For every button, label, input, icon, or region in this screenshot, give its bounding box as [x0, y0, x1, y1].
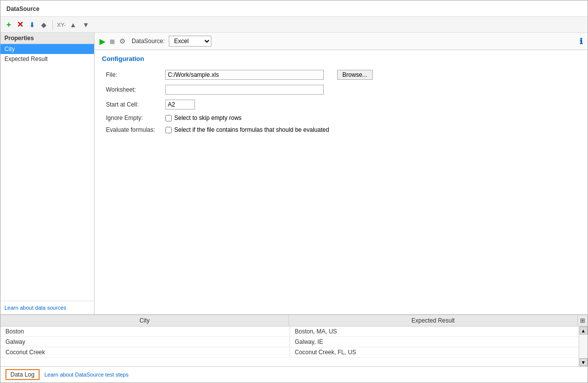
config-title: Configuration: [102, 55, 580, 62]
xy-label: XY-: [57, 22, 65, 28]
config-section: Configuration File: Browse... Worksheet:: [95, 50, 588, 314]
scrollbar: ▲ ▼: [579, 327, 588, 366]
play-button[interactable]: ▶: [99, 37, 105, 46]
city-cell: Coconut Creek: [0, 347, 290, 357]
add-button[interactable]: +: [4, 19, 13, 30]
start-at-cell-label: Start at Cell:: [102, 97, 161, 112]
file-input[interactable]: [165, 70, 324, 80]
left-panel: Properties City Expected Result Learn ab…: [0, 33, 95, 314]
learn-data-sources-link[interactable]: Learn about data sources: [4, 305, 66, 311]
learn-datasource-link[interactable]: Learn about DataSource test steps: [45, 372, 129, 378]
expected-result-header: Expected Result: [289, 315, 578, 326]
file-label: File:: [102, 67, 161, 82]
window-title: DataSource: [6, 5, 40, 12]
ignore-empty-checkbox[interactable]: [165, 115, 172, 121]
down-button[interactable]: ▼: [81, 20, 92, 30]
worksheet-row: Worksheet:: [102, 82, 377, 97]
data-table-header: City Expected Result ⊞: [0, 315, 588, 327]
bottom-area: City Expected Result ⊞ Boston Boston, MA…: [0, 314, 588, 366]
evaluate-formulas-checkbox[interactable]: [165, 127, 172, 133]
title-bar: DataSource: [0, 0, 588, 17]
diamond-button[interactable]: ◆: [39, 20, 49, 30]
scroll-down-button[interactable]: ▼: [580, 358, 588, 366]
evaluate-formulas-checkbox-label: Select if the file contains formulas tha…: [165, 126, 329, 133]
start-at-cell-input[interactable]: [165, 100, 195, 109]
worksheet-input[interactable]: [165, 85, 324, 95]
data-log-button[interactable]: Data Log: [5, 369, 40, 380]
table-settings-icon[interactable]: ⊞: [580, 317, 585, 324]
download-button[interactable]: ⬇: [27, 20, 37, 30]
worksheet-label: Worksheet:: [102, 82, 161, 97]
browse-button[interactable]: Browse...: [337, 70, 373, 80]
datasource-select[interactable]: Excel CSV Database XML: [169, 36, 211, 47]
right-panel: ▶ ◼ ⚙ DataSource: Excel CSV Database XML…: [95, 33, 588, 314]
scroll-track: [580, 334, 588, 358]
main-area: Properties City Expected Result Learn ab…: [0, 33, 588, 314]
info-button[interactable]: ℹ: [580, 37, 583, 46]
table-icon: ⊞: [578, 315, 588, 326]
city-cell: Galway: [0, 337, 290, 347]
expected-cell: Boston, MA, US: [290, 327, 579, 336]
main-window: DataSource + ✕ ⬇ ◆ XY- ▲ ▼ Properties Ci…: [0, 0, 588, 383]
city-header: City: [0, 315, 289, 326]
toolbar-separator: [52, 20, 53, 30]
remove-button[interactable]: ✕: [15, 19, 25, 30]
top-toolbar: + ✕ ⬇ ◆ XY- ▲ ▼: [0, 17, 588, 33]
settings-button[interactable]: ⚙: [119, 37, 126, 45]
table-row: Galway Galway, IE: [0, 337, 579, 347]
config-toolbar: ▶ ◼ ⚙ DataSource: Excel CSV Database XML…: [95, 33, 588, 50]
config-table: File: Browse... Worksheet:: [102, 67, 377, 136]
prop-item-city[interactable]: City: [0, 44, 94, 54]
ignore-empty-row: Ignore Empty: Select to skip empty rows: [102, 112, 377, 124]
start-at-cell-row: Start at Cell:: [102, 97, 377, 112]
ignore-empty-checkbox-label: Select to skip empty rows: [165, 114, 329, 121]
data-rows: Boston Boston, MA, US Galway Galway, IE …: [0, 327, 579, 366]
properties-label: Properties: [0, 33, 94, 44]
left-footer: Learn about data sources: [0, 301, 94, 314]
table-row: Boston Boston, MA, US: [0, 327, 579, 337]
datasource-label: DataSource:: [132, 38, 165, 45]
city-cell: Boston: [0, 327, 290, 336]
properties-list: City Expected Result: [0, 44, 94, 301]
stop-button[interactable]: ◼: [109, 37, 115, 45]
up-button[interactable]: ▲: [68, 20, 79, 30]
ignore-empty-label: Ignore Empty:: [102, 112, 161, 124]
expected-cell: Galway, IE: [290, 337, 579, 347]
footer-bar: Data Log Learn about DataSource test ste…: [0, 366, 588, 383]
expected-cell: Coconut Creek, FL, US: [290, 347, 579, 357]
data-rows-container: Boston Boston, MA, US Galway Galway, IE …: [0, 327, 588, 366]
evaluate-formulas-row: Evaluate formulas: Select if the file co…: [102, 124, 377, 136]
prop-item-expected-result[interactable]: Expected Result: [0, 54, 94, 64]
file-row: File: Browse...: [102, 67, 377, 82]
evaluate-formulas-label: Evaluate formulas:: [102, 124, 161, 136]
table-row: Coconut Creek Coconut Creek, FL, US: [0, 347, 579, 358]
scroll-up-button[interactable]: ▲: [580, 327, 588, 334]
